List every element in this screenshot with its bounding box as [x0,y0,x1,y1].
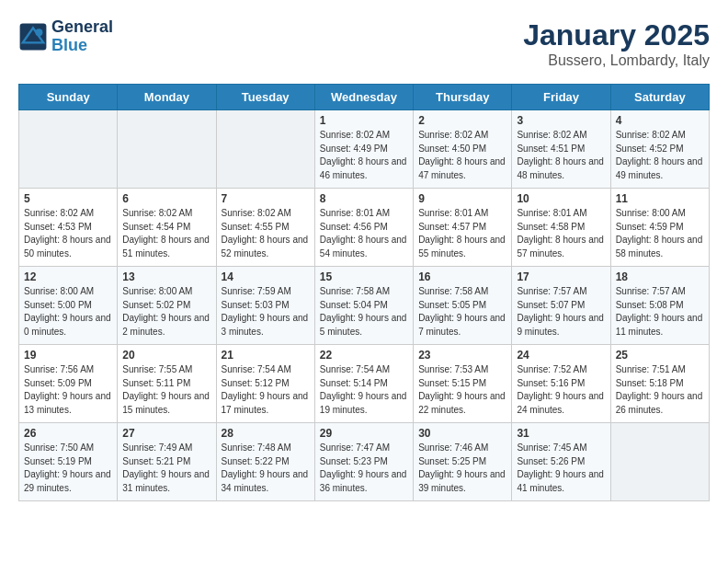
calendar-cell: 1Sunrise: 8:02 AM Sunset: 4:49 PM Daylig… [314,110,413,189]
days-header-row: SundayMondayTuesdayWednesdayThursdayFrid… [19,85,710,110]
day-info: Sunrise: 8:02 AM Sunset: 4:53 PM Dayligh… [24,207,112,260]
day-info: Sunrise: 7:54 AM Sunset: 5:12 PM Dayligh… [222,363,310,417]
calendar-cell: 31Sunrise: 7:45 AM Sunset: 5:26 PM Dayli… [512,423,610,501]
calendar-cell: 8Sunrise: 8:01 AM Sunset: 4:56 PM Daylig… [314,189,413,267]
day-info: Sunrise: 7:49 AM Sunset: 5:21 PM Dayligh… [122,442,210,495]
calendar-cell: 18Sunrise: 7:57 AM Sunset: 5:08 PM Dayli… [610,267,709,345]
day-number: 30 [418,427,506,440]
day-info: Sunrise: 7:59 AM Sunset: 5:03 PM Dayligh… [222,285,310,339]
calendar-cell: 9Sunrise: 8:01 AM Sunset: 4:57 PM Daylig… [414,189,512,267]
day-info: Sunrise: 7:45 AM Sunset: 5:26 PM Dayligh… [517,442,605,495]
day-info: Sunrise: 7:47 AM Sunset: 5:23 PM Dayligh… [320,442,408,495]
calendar-cell: 15Sunrise: 7:58 AM Sunset: 5:04 PM Dayli… [314,267,413,345]
day-info: Sunrise: 8:01 AM Sunset: 4:56 PM Dayligh… [320,207,408,260]
calendar-cell: 13Sunrise: 8:00 AM Sunset: 5:02 PM Dayli… [118,267,216,345]
calendar-cell: 24Sunrise: 7:52 AM Sunset: 5:16 PM Dayli… [512,345,610,423]
day-header-thursday: Thursday [414,85,512,110]
calendar-cell: 22Sunrise: 7:54 AM Sunset: 5:14 PM Dayli… [314,345,413,423]
day-number: 2 [418,114,506,127]
day-number: 13 [122,270,210,283]
calendar-cell: 14Sunrise: 7:59 AM Sunset: 5:03 PM Dayli… [216,267,314,345]
day-info: Sunrise: 7:57 AM Sunset: 5:07 PM Dayligh… [517,285,605,339]
calendar-cell: 28Sunrise: 7:48 AM Sunset: 5:22 PM Dayli… [216,423,314,501]
day-info: Sunrise: 7:58 AM Sunset: 5:04 PM Dayligh… [320,285,408,339]
day-info: Sunrise: 8:01 AM Sunset: 4:58 PM Dayligh… [517,207,605,260]
calendar-cell [19,110,118,189]
day-number: 26 [24,427,112,440]
calendar-cell: 2Sunrise: 8:02 AM Sunset: 4:50 PM Daylig… [414,110,512,189]
day-info: Sunrise: 8:00 AM Sunset: 5:00 PM Dayligh… [24,285,112,339]
day-number: 22 [320,349,408,362]
calendar-cell: 12Sunrise: 8:00 AM Sunset: 5:00 PM Dayli… [19,267,118,345]
week-row-3: 12Sunrise: 8:00 AM Sunset: 5:00 PM Dayli… [19,267,710,345]
logo-line1: General [51,18,113,37]
week-row-5: 26Sunrise: 7:50 AM Sunset: 5:19 PM Dayli… [19,423,710,501]
day-header-wednesday: Wednesday [314,85,413,110]
day-number: 9 [418,192,506,205]
day-number: 31 [517,427,605,440]
day-info: Sunrise: 7:50 AM Sunset: 5:19 PM Dayligh… [24,442,112,495]
day-number: 23 [418,349,506,362]
day-number: 20 [122,349,210,362]
day-info: Sunrise: 8:02 AM Sunset: 4:52 PM Dayligh… [616,129,704,182]
calendar-cell: 3Sunrise: 8:02 AM Sunset: 4:51 PM Daylig… [512,110,610,189]
day-info: Sunrise: 7:46 AM Sunset: 5:25 PM Dayligh… [418,442,506,495]
day-info: Sunrise: 7:57 AM Sunset: 5:08 PM Dayligh… [616,285,704,339]
day-header-sunday: Sunday [19,85,118,110]
day-number: 4 [616,114,704,127]
day-number: 18 [616,270,704,283]
calendar-table: SundayMondayTuesdayWednesdayThursdayFrid… [18,84,710,501]
month-title: January 2025 [523,18,710,52]
day-info: Sunrise: 8:01 AM Sunset: 4:57 PM Dayligh… [418,207,506,260]
logo-icon [18,22,48,52]
calendar-cell: 11Sunrise: 8:00 AM Sunset: 4:59 PM Dayli… [610,189,709,267]
calendar-cell [610,423,709,501]
calendar-cell: 25Sunrise: 7:51 AM Sunset: 5:18 PM Dayli… [610,345,709,423]
day-number: 16 [418,270,506,283]
day-header-tuesday: Tuesday [216,85,314,110]
calendar-cell: 7Sunrise: 8:02 AM Sunset: 4:55 PM Daylig… [216,189,314,267]
calendar-cell: 17Sunrise: 7:57 AM Sunset: 5:07 PM Dayli… [512,267,610,345]
week-row-1: 1Sunrise: 8:02 AM Sunset: 4:49 PM Daylig… [19,110,710,189]
calendar-cell [118,110,216,189]
calendar-cell: 29Sunrise: 7:47 AM Sunset: 5:23 PM Dayli… [314,423,413,501]
day-number: 10 [517,192,605,205]
calendar-cell: 27Sunrise: 7:49 AM Sunset: 5:21 PM Dayli… [118,423,216,501]
day-number: 24 [517,349,605,362]
calendar-cell: 26Sunrise: 7:50 AM Sunset: 5:19 PM Dayli… [19,423,118,501]
day-number: 8 [320,192,408,205]
calendar-cell: 6Sunrise: 8:02 AM Sunset: 4:54 PM Daylig… [118,189,216,267]
day-info: Sunrise: 8:02 AM Sunset: 4:51 PM Dayligh… [517,129,605,182]
logo-line2: Blue [51,37,113,55]
day-number: 12 [24,270,112,283]
day-info: Sunrise: 8:02 AM Sunset: 4:50 PM Dayligh… [418,129,506,182]
calendar-cell [216,110,314,189]
day-info: Sunrise: 7:55 AM Sunset: 5:11 PM Dayligh… [122,363,210,417]
day-info: Sunrise: 7:51 AM Sunset: 5:18 PM Dayligh… [616,363,704,417]
title-area: January 2025 Bussero, Lombardy, Italy [523,18,710,69]
day-info: Sunrise: 7:52 AM Sunset: 5:16 PM Dayligh… [517,363,605,417]
svg-point-2 [35,29,42,36]
day-number: 11 [616,192,704,205]
calendar-cell: 21Sunrise: 7:54 AM Sunset: 5:12 PM Dayli… [216,345,314,423]
header: General Blue January 2025 Bussero, Lomba… [18,18,710,69]
day-number: 19 [24,349,112,362]
calendar-cell: 30Sunrise: 7:46 AM Sunset: 5:25 PM Dayli… [414,423,512,501]
day-number: 3 [517,114,605,127]
day-info: Sunrise: 7:58 AM Sunset: 5:05 PM Dayligh… [418,285,506,339]
day-number: 7 [222,192,310,205]
calendar-cell: 16Sunrise: 7:58 AM Sunset: 5:05 PM Dayli… [414,267,512,345]
calendar-cell: 5Sunrise: 8:02 AM Sunset: 4:53 PM Daylig… [19,189,118,267]
day-info: Sunrise: 8:02 AM Sunset: 4:55 PM Dayligh… [222,207,310,260]
day-info: Sunrise: 7:53 AM Sunset: 5:15 PM Dayligh… [418,363,506,417]
calendar-cell: 23Sunrise: 7:53 AM Sunset: 5:15 PM Dayli… [414,345,512,423]
day-number: 21 [222,349,310,362]
day-number: 15 [320,270,408,283]
calendar-cell: 20Sunrise: 7:55 AM Sunset: 5:11 PM Dayli… [118,345,216,423]
day-info: Sunrise: 7:54 AM Sunset: 5:14 PM Dayligh… [320,363,408,417]
day-number: 6 [122,192,210,205]
day-header-friday: Friday [512,85,610,110]
calendar-cell: 4Sunrise: 8:02 AM Sunset: 4:52 PM Daylig… [610,110,709,189]
day-number: 14 [222,270,310,283]
day-number: 1 [320,114,408,127]
